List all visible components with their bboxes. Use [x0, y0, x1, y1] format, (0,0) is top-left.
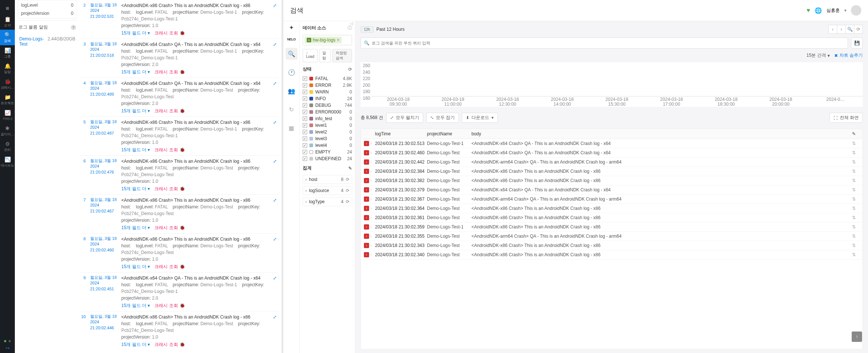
row-action-icon[interactable]: ⇅	[852, 252, 859, 257]
agg-item[interactable]: › logSource 4 ⟳	[303, 186, 352, 195]
expand-log-button[interactable]: ⤢	[271, 197, 279, 231]
more-fields-button[interactable]: 15개 필드 더 ▾	[121, 69, 150, 75]
agg-item[interactable]: › logType 4 ⟳	[303, 197, 352, 206]
expand-all-button[interactable]: ⤢ 모두 펼치기	[386, 113, 423, 123]
chart-bars[interactable]	[371, 62, 863, 96]
refresh-icon[interactable]: ⟳	[348, 67, 352, 72]
status-item[interactable]: ✓ EMPTY 24	[303, 149, 352, 155]
expand-row-icon[interactable]: ›	[371, 169, 372, 173]
status-item[interactable]: ✓ info_test 0	[303, 116, 352, 121]
row-action-icon[interactable]: ⇅	[852, 150, 859, 155]
collapse-panel-icon[interactable]: ◁	[350, 21, 355, 26]
crash-view-button[interactable]: 크래시 조회 🐞	[154, 263, 185, 270]
table-row[interactable]: ! › 2024/03/18 21:30:02.382 Demo-Logs-Te…	[361, 176, 862, 185]
crash-view-button[interactable]: 크래시 조회 🐞	[154, 108, 185, 114]
edit-icon[interactable]: ✎	[348, 166, 352, 171]
expand-row-icon[interactable]: ›	[371, 197, 372, 201]
sidebar-item-kibana[interactable]: 📈 키바나	[0, 108, 15, 123]
crash-view-button[interactable]: 크래시 조회 🐞	[154, 185, 185, 192]
crash-view-button[interactable]: 크래시 조회 🐞	[154, 224, 185, 231]
log-time[interactable]: 월요일, 3월 18 202421:20:02.451	[90, 275, 117, 309]
filter-projectversion[interactable]: projectVersion 0	[21, 11, 73, 16]
expand-row-icon[interactable]: ›	[371, 244, 372, 247]
log-time[interactable]: 월요일, 3월 18 202421:20:02.518	[90, 41, 117, 75]
expand-row-icon[interactable]: ›	[371, 225, 372, 229]
col-body[interactable]: body	[471, 131, 852, 136]
expand-row-icon[interactable]: ›	[371, 151, 372, 155]
expand-log-button[interactable]: ⤢	[271, 41, 279, 75]
checkbox[interactable]: ✓	[303, 123, 307, 128]
expand-log-button[interactable]: ⤢	[271, 236, 279, 270]
row-action-icon[interactable]: ⇅	[852, 159, 859, 165]
checkbox[interactable]: ✓	[303, 136, 307, 141]
search-input-wrap[interactable]: 🔍	[361, 37, 848, 49]
help-icon[interactable]: ?	[71, 25, 76, 30]
more-fields-button[interactable]: 15개 필드 더 ▾	[121, 302, 150, 309]
col-logtime[interactable]: logTime	[375, 131, 427, 136]
row-action-icon[interactable]: ⇅	[852, 243, 859, 248]
tool-clock[interactable]: 🕐	[286, 66, 297, 78]
table-row[interactable]: ! › 2024/03/18 21:30:02.442 Demo-Logs-Te…	[361, 158, 862, 167]
scroll-top-button[interactable]: ↑	[852, 331, 862, 342]
status-item[interactable]: ✓ level3 0	[303, 136, 352, 141]
row-action-icon[interactable]: ⇅	[852, 187, 859, 192]
refresh-icon[interactable]: ⟳	[346, 188, 349, 193]
refresh-icon[interactable]: ⟳	[346, 177, 349, 182]
checkbox[interactable]: ✓	[303, 110, 307, 114]
log-time[interactable]: 월요일, 3월 18 202421:20:02.467	[90, 197, 117, 231]
sidebar-item-summary[interactable]: 📋 요약	[0, 14, 15, 30]
logout-icon[interactable]: ↪	[6, 345, 10, 351]
alarm-button[interactable]: 알람	[319, 49, 331, 62]
checkbox[interactable]: ✓	[303, 130, 307, 134]
sidebar-item-optima[interactable]: ✱ 옵티마…	[0, 123, 15, 139]
row-action-icon[interactable]: ⇅	[852, 197, 859, 202]
fullscreen-button[interactable]: ⛶ 전체 화면	[829, 113, 863, 123]
table-row[interactable]: ! › 2024/03/18 21:30:02.367 Demo-Logs-Te…	[361, 195, 862, 204]
more-fields-button[interactable]: 15개 필드 더 ▾	[121, 341, 150, 348]
status-item[interactable]: ✓ level2 0	[303, 129, 352, 135]
expand-log-button[interactable]: ⤢	[271, 2, 279, 36]
hamburger-menu[interactable]: ≡	[0, 3, 15, 14]
checkbox[interactable]: ✓	[303, 90, 307, 94]
checkbox[interactable]: ✓	[303, 103, 307, 108]
expand-log-button[interactable]: ⤢	[271, 158, 279, 192]
interval-dropdown[interactable]: 15분 간격 ▾	[806, 52, 830, 59]
log-time[interactable]: 월요일, 3월 18 202421:20:02.489	[90, 80, 117, 114]
status-dot-green[interactable]	[4, 340, 6, 342]
log-time[interactable]: 월요일, 3월 18 202421:20:02.460	[90, 236, 117, 270]
expand-log-button[interactable]: ⤢	[271, 314, 279, 348]
checkbox[interactable]: ✓	[303, 96, 307, 101]
download-button[interactable]: ⬇ 다운로드 ▾	[462, 113, 498, 123]
crash-view-button[interactable]: 크래시 조회 🐞	[154, 69, 185, 75]
row-action-icon[interactable]: ⇅	[852, 215, 859, 220]
expand-row-icon[interactable]: ›	[371, 179, 372, 182]
table-row[interactable]: ! › 2024/03/18 21:30:02.513 Demo-Logs-Te…	[361, 139, 862, 148]
status-item[interactable]: ✓ level1 0	[303, 123, 352, 128]
chevron-down-icon[interactable]: ▾	[844, 8, 846, 13]
hide-chart-button[interactable]: ✖ 차트 숨추기	[834, 52, 863, 59]
expand-row-icon[interactable]: ›	[371, 207, 372, 210]
status-item[interactable]: ✓ INFO 24	[303, 96, 352, 101]
prev-button[interactable]: ‹	[828, 25, 837, 34]
datasource-chip[interactable]: G hw-big-logs ×	[305, 37, 342, 43]
expand-log-button[interactable]: ⤢	[271, 119, 279, 153]
checkbox[interactable]: ✓	[303, 150, 307, 154]
next-page-button[interactable]: 다음 페이지 ›	[80, 350, 279, 353]
sidebar-item-crash[interactable]: 🐞 크래시…	[0, 76, 15, 92]
row-action-icon[interactable]: ⇅	[852, 141, 859, 146]
col-project[interactable]: projectName	[427, 131, 471, 136]
log-time[interactable]: 월요일, 3월 18 202421:20:02.446	[90, 314, 117, 348]
expand-row-icon[interactable]: ›	[371, 188, 372, 192]
checkbox[interactable]: ✓	[303, 76, 307, 81]
more-fields-button[interactable]: 15개 필드 더 ▾	[121, 30, 150, 36]
collapse-all-button[interactable]: ⤡ 모두 접기	[426, 113, 459, 123]
more-fields-button[interactable]: 15개 필드 더 ▾	[121, 224, 150, 231]
log-time[interactable]: 월요일, 3월 18 202421:20:02.487	[90, 119, 117, 153]
status-item[interactable]: ✓ FATAL 4.8K	[303, 76, 352, 81]
tool-users[interactable]: 👥	[286, 85, 297, 97]
sidebar-item-group[interactable]: 📊 그룹	[0, 45, 15, 61]
filter-loglevel[interactable]: logLevel 0	[21, 3, 73, 8]
status-item[interactable]: ✓ WARN 0	[303, 89, 352, 95]
refresh-icon[interactable]: ⟳	[346, 199, 349, 204]
table-row[interactable]: ! › 2024/03/18 21:30:02.384 Demo-Logs-Te…	[361, 167, 862, 176]
